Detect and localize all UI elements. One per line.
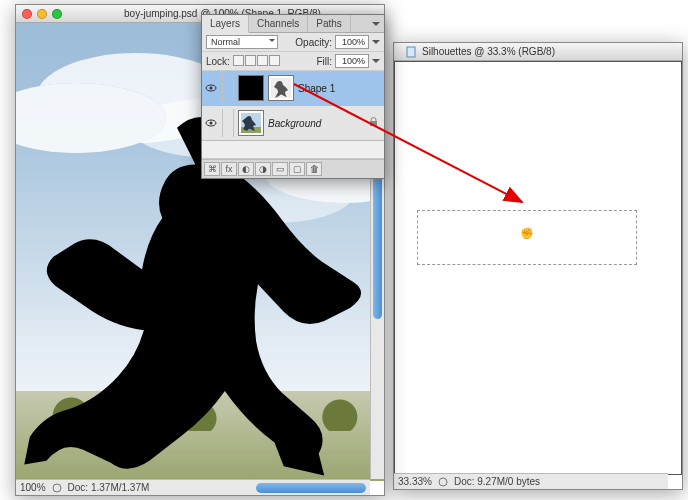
layer-style-button[interactable]: fx: [221, 162, 237, 176]
lock-buttons: [233, 55, 281, 68]
svg-point-7: [210, 122, 213, 125]
status-bar: 33.33% Doc: 9.27M/0 bytes: [394, 473, 668, 489]
visibility-toggle[interactable]: [204, 116, 218, 130]
link-layers-button[interactable]: ⌘: [204, 162, 220, 176]
tab-paths[interactable]: Paths: [308, 15, 351, 32]
svg-point-4: [210, 87, 213, 90]
vector-mask-thumb[interactable]: [268, 75, 294, 101]
lock-all-button[interactable]: [269, 55, 280, 66]
panel-tabs: Layers Channels Paths: [202, 15, 384, 33]
lock-image-button[interactable]: [245, 55, 256, 66]
opacity-label: Opacity:: [295, 37, 332, 48]
lock-position-button[interactable]: [257, 55, 268, 66]
chevron-icon[interactable]: [372, 38, 380, 46]
info-icon: [438, 477, 448, 487]
zoom-level[interactable]: 33.33%: [398, 476, 432, 487]
titlebar[interactable]: Silhouettes @ 33.3% (RGB/8): [394, 43, 682, 61]
lock-fill-row: Lock: Fill: 100%: [202, 52, 384, 71]
status-bar: 100% Doc: 1.37M/1.37M: [16, 479, 370, 495]
layers-panel: Layers Channels Paths Normal Opacity: 10…: [201, 14, 385, 179]
zoom-button[interactable]: [52, 9, 62, 19]
svg-point-1: [439, 478, 447, 486]
visibility-toggle[interactable]: [204, 81, 218, 95]
fill-field[interactable]: 100%: [335, 54, 369, 68]
svg-rect-10: [370, 121, 377, 126]
layer-name[interactable]: Background: [268, 118, 321, 129]
blend-opacity-row: Normal Opacity: 100%: [202, 33, 384, 52]
scrollbar-thumb[interactable]: [373, 160, 382, 320]
fill-label: Fill:: [316, 56, 332, 67]
layer-group-button[interactable]: ▭: [272, 162, 288, 176]
file-icon: [406, 46, 418, 58]
panel-menu-button[interactable]: [368, 15, 384, 32]
blend-mode-dropdown[interactable]: Normal: [206, 35, 278, 49]
drag-cursor-icon: ✊: [520, 227, 534, 240]
lock-label: Lock:: [206, 56, 230, 67]
tab-channels[interactable]: Channels: [249, 15, 308, 32]
minimize-button[interactable]: [37, 9, 47, 19]
layer-color-thumb[interactable]: [238, 75, 264, 101]
doc-info: Doc: 9.27M/0 bytes: [454, 476, 540, 487]
new-layer-button[interactable]: ▢: [289, 162, 305, 176]
panel-footer: ⌘ fx ◐ ◑ ▭ ▢ 🗑: [202, 159, 384, 178]
lock-icon: [369, 117, 378, 129]
svg-rect-0: [407, 47, 415, 57]
document-title: Silhouettes @ 33.3% (RGB/8): [422, 46, 555, 57]
horizontal-scrollbar-thumb[interactable]: [256, 483, 366, 493]
tab-layers[interactable]: Layers: [202, 15, 249, 33]
link-column[interactable]: [222, 109, 234, 137]
doc-info: Doc: 1.37M/1.37M: [68, 482, 150, 493]
layer-background[interactable]: Background: [202, 106, 384, 141]
delete-layer-button[interactable]: 🗑: [306, 162, 322, 176]
opacity-field[interactable]: 100%: [335, 35, 369, 49]
lock-transparency-button[interactable]: [233, 55, 244, 66]
document-window-silhouettes: Silhouettes @ 33.3% (RGB/8) ✊ 33.33% Doc…: [393, 42, 683, 490]
link-column[interactable]: [222, 74, 234, 102]
adjustment-layer-button[interactable]: ◑: [255, 162, 271, 176]
layers-empty-area: [202, 141, 384, 159]
close-button[interactable]: [22, 9, 32, 19]
layer-name[interactable]: Shape 1: [298, 83, 335, 94]
svg-point-2: [53, 484, 61, 492]
zoom-level[interactable]: 100%: [20, 482, 46, 493]
layer-mask-button[interactable]: ◐: [238, 162, 254, 176]
chevron-icon[interactable]: [372, 57, 380, 65]
canvas[interactable]: ✊: [394, 61, 682, 475]
info-icon: [52, 483, 62, 493]
layer-shape-1[interactable]: Shape 1: [202, 71, 384, 106]
layer-thumb[interactable]: [238, 110, 264, 136]
